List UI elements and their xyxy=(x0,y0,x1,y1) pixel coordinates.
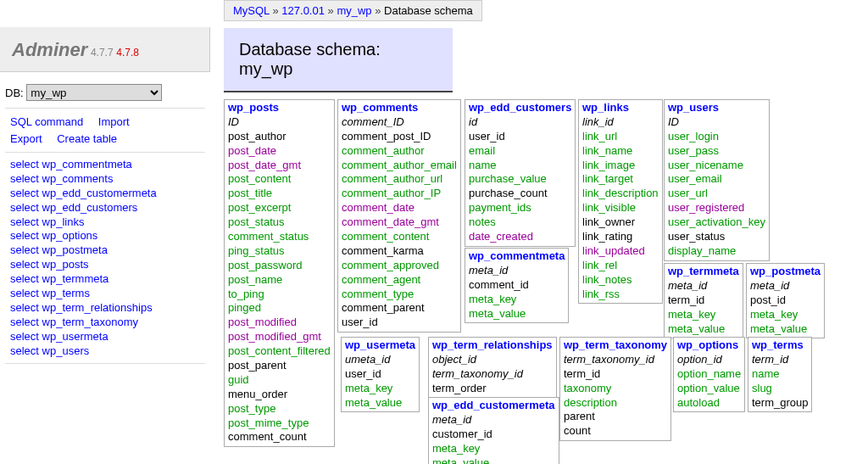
breadcrumb-db[interactable]: my_wp xyxy=(337,4,371,17)
column[interactable]: link_description xyxy=(582,187,659,201)
column[interactable]: post_name xyxy=(228,273,331,288)
table-select-link[interactable]: select wp_usermeta xyxy=(10,330,200,344)
column[interactable]: user_id xyxy=(469,130,571,144)
column[interactable]: menu_order xyxy=(228,388,331,402)
column[interactable]: post_password xyxy=(228,259,331,273)
column[interactable]: comment_content xyxy=(342,230,457,244)
column[interactable]: link_owner xyxy=(582,215,659,230)
column[interactable]: link_url xyxy=(582,130,659,144)
table-name[interactable]: wp_comments xyxy=(342,101,457,115)
column[interactable]: post_date_gmt xyxy=(228,159,331,173)
column[interactable]: post_modified_gmt xyxy=(228,330,331,344)
column[interactable]: id xyxy=(469,115,571,130)
column[interactable]: meta_value xyxy=(469,307,565,321)
column[interactable]: option_id xyxy=(677,353,741,367)
column[interactable]: user_registered xyxy=(668,201,765,215)
column[interactable]: name xyxy=(469,159,571,173)
column[interactable]: autoload xyxy=(677,396,741,411)
column[interactable]: description xyxy=(564,396,667,411)
column[interactable]: meta_id xyxy=(668,279,739,293)
schema-table-wp_users[interactable]: wp_usersIDuser_loginuser_passuser_nicena… xyxy=(664,99,770,261)
column[interactable]: meta_key xyxy=(345,382,415,396)
column[interactable]: post_parent xyxy=(228,359,331,373)
table-select-link[interactable]: select wp_commentmeta xyxy=(10,158,200,172)
sql-command-link[interactable]: SQL command xyxy=(10,115,83,128)
column[interactable]: user_id xyxy=(342,316,457,330)
schema-table-wp_links[interactable]: wp_linkslink_idlink_urllink_namelink_ima… xyxy=(578,99,663,304)
table-select-link[interactable]: select wp_terms xyxy=(10,287,200,301)
table-select-link[interactable]: select wp_users xyxy=(10,344,200,359)
breadcrumb-host[interactable]: 127.0.01 xyxy=(281,4,325,17)
schema-table-wp_edd_customers[interactable]: wp_edd_customersiduser_idemailnamepurcha… xyxy=(465,99,576,247)
column[interactable]: user_url xyxy=(668,187,765,201)
column[interactable]: date_created xyxy=(469,230,571,244)
table-name[interactable]: wp_term_taxonomy xyxy=(564,338,667,353)
column[interactable]: meta_value xyxy=(668,322,739,337)
column[interactable]: purchase_value xyxy=(469,172,571,187)
schema-table-wp_options[interactable]: wp_optionsoption_idoption_nameoption_val… xyxy=(673,337,745,412)
column[interactable]: comment_karma xyxy=(342,244,457,259)
column[interactable]: meta_id xyxy=(469,264,565,278)
schema-table-wp_term_relationships[interactable]: wp_term_relationshipsobject_idterm_taxon… xyxy=(428,337,557,399)
app-new-version[interactable]: 4.7.8 xyxy=(116,47,139,59)
column[interactable]: user_id xyxy=(345,367,415,382)
column[interactable]: pinged xyxy=(228,301,331,316)
column[interactable]: meta_value xyxy=(345,396,415,411)
column[interactable]: post_content_filtered xyxy=(228,344,331,359)
column[interactable]: meta_id xyxy=(750,279,821,293)
column[interactable]: option_value xyxy=(677,382,741,396)
column[interactable]: object_id xyxy=(432,353,553,367)
table-name[interactable]: wp_users xyxy=(668,101,765,115)
app-title[interactable]: Adminer xyxy=(12,39,87,60)
column[interactable]: meta_key xyxy=(469,293,565,307)
table-select-link[interactable]: select wp_posts xyxy=(10,258,200,272)
column[interactable]: ID xyxy=(668,115,765,130)
table-select-link[interactable]: select wp_edd_customers xyxy=(10,201,200,215)
column[interactable]: term_id xyxy=(564,367,667,382)
table-name[interactable]: wp_links xyxy=(582,101,659,115)
schema-table-wp_edd_customermeta[interactable]: wp_edd_customermetameta_idcustomer_idmet… xyxy=(428,397,559,464)
table-name[interactable]: wp_commentmeta xyxy=(469,249,565,264)
table-select-link[interactable]: select wp_termmeta xyxy=(10,272,200,287)
table-select-link[interactable]: select wp_edd_customermeta xyxy=(10,187,200,201)
table-name[interactable]: wp_options xyxy=(677,338,741,353)
column[interactable]: guid xyxy=(228,373,331,388)
column[interactable]: user_status xyxy=(668,230,765,244)
column[interactable]: link_rss xyxy=(582,288,659,302)
column[interactable]: user_email xyxy=(668,172,765,187)
column[interactable]: comment_agent xyxy=(342,273,457,288)
column[interactable]: option_name xyxy=(677,367,741,382)
column[interactable]: comment_type xyxy=(342,288,457,302)
column[interactable]: post_date xyxy=(228,144,331,159)
column[interactable]: comment_author_email xyxy=(342,159,457,173)
table-select-link[interactable]: select wp_links xyxy=(10,215,200,230)
column[interactable]: user_pass xyxy=(668,144,765,159)
column[interactable]: ping_status xyxy=(228,244,331,259)
schema-table-wp_termmeta[interactable]: wp_termmetameta_idterm_idmeta_keymeta_va… xyxy=(664,263,743,338)
column[interactable]: meta_key xyxy=(668,308,739,322)
column[interactable]: comment_ID xyxy=(342,115,457,130)
column[interactable]: meta_value xyxy=(432,456,555,464)
schema-table-wp_usermeta[interactable]: wp_usermetaumeta_iduser_idmeta_keymeta_v… xyxy=(341,337,420,412)
column[interactable]: link_image xyxy=(582,159,659,173)
table-select-link[interactable]: select wp_term_relationships xyxy=(10,301,200,316)
column[interactable]: post_status xyxy=(228,215,331,230)
column[interactable]: meta_key xyxy=(750,308,821,322)
table-select-link[interactable]: select wp_postmeta xyxy=(10,243,200,258)
table-name[interactable]: wp_terms xyxy=(752,338,808,353)
import-link[interactable]: Import xyxy=(98,115,130,128)
column[interactable]: to_ping xyxy=(228,288,331,302)
column[interactable]: meta_value xyxy=(750,322,821,337)
column[interactable]: comment_approved xyxy=(342,259,457,273)
column[interactable]: email xyxy=(469,144,571,159)
column[interactable]: post_author xyxy=(228,130,331,144)
schema-table-wp_terms[interactable]: wp_termsterm_idnameslugterm_group xyxy=(748,337,812,412)
column[interactable]: payment_ids xyxy=(469,201,571,215)
column[interactable]: display_name xyxy=(668,244,765,259)
column[interactable]: user_login xyxy=(668,130,765,144)
export-link[interactable]: Export xyxy=(10,132,42,145)
schema-table-wp_comments[interactable]: wp_commentscomment_IDcomment_post_IDcomm… xyxy=(337,99,461,333)
table-name[interactable]: wp_term_relationships xyxy=(432,338,553,353)
column[interactable]: comment_author xyxy=(342,144,457,159)
column[interactable]: slug xyxy=(752,382,808,396)
